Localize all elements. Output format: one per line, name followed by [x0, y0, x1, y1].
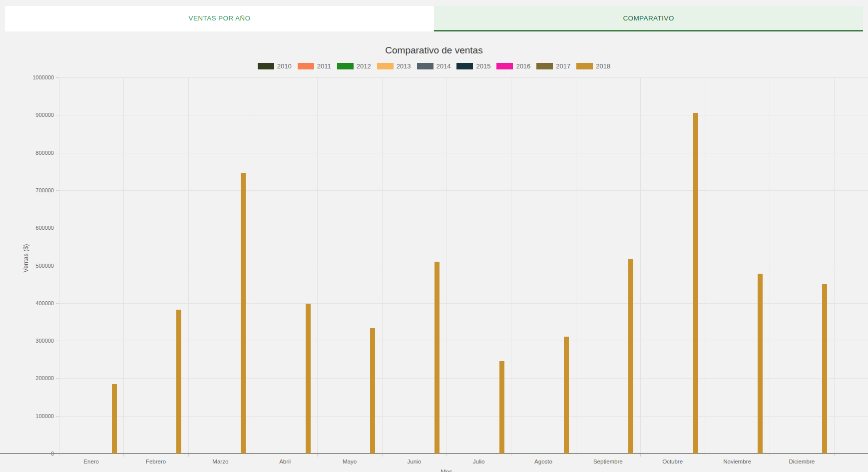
legend-swatch-2015 — [456, 63, 473, 69]
legend-swatch-2018 — [576, 63, 593, 69]
bar-2018-febrero[interactable] — [176, 310, 181, 454]
y-tick-label: 700000 — [19, 187, 54, 193]
x-gridline — [188, 77, 189, 454]
y-tick-label: 800000 — [19, 150, 54, 156]
legend-item-2014[interactable]: 2014 — [417, 62, 451, 70]
y-gridline — [59, 77, 868, 78]
y-gridline — [59, 303, 868, 304]
x-gridline — [511, 77, 511, 454]
bar-2018-septiembre[interactable] — [628, 259, 633, 454]
legend-label: 2016 — [516, 62, 530, 70]
y-axis-line — [59, 77, 59, 454]
legend-label: 2018 — [596, 62, 610, 70]
legend-item-2018[interactable]: 2018 — [576, 62, 610, 70]
y-tick-label: 600000 — [19, 225, 54, 231]
x-category-label: Marzo — [190, 459, 250, 465]
x-category-label: Julio — [449, 459, 509, 465]
legend-swatch-2011 — [298, 63, 314, 69]
legend-item-2011[interactable]: 2011 — [298, 62, 331, 70]
y-tick-label: 100000 — [19, 413, 54, 419]
x-gridline — [446, 77, 447, 454]
y-tick-label: 200000 — [19, 375, 54, 381]
y-gridline — [59, 153, 868, 153]
x-axis-title: Mes — [422, 469, 471, 472]
x-gridline — [770, 77, 770, 454]
legend-label: 2010 — [277, 62, 292, 70]
x-gridline — [253, 77, 253, 454]
y-gridline — [59, 190, 868, 191]
x-gridline — [834, 77, 835, 454]
legend-swatch-2014 — [417, 63, 434, 69]
legend-swatch-2010 — [258, 63, 274, 69]
bar-2018-abril[interactable] — [306, 304, 311, 454]
bar-2018-julio[interactable] — [499, 361, 504, 454]
legend-item-2016[interactable]: 2016 — [496, 62, 530, 70]
x-category-label: Octubre — [643, 459, 703, 465]
legend-swatch-2012 — [337, 63, 354, 69]
x-gridline — [640, 77, 641, 454]
y-tick-label: 400000 — [19, 300, 54, 306]
legend-item-2013[interactable]: 2013 — [377, 62, 411, 70]
bar-2018-agosto[interactable] — [564, 337, 569, 454]
legend-item-2017[interactable]: 2017 — [536, 62, 570, 70]
legend-label: 2013 — [397, 62, 411, 70]
y-tick-label: 500000 — [19, 263, 54, 269]
bar-2018-junio[interactable] — [434, 262, 439, 454]
legend-label: 2012 — [357, 62, 371, 70]
tab-comparativo[interactable]: COMPARATIVO — [434, 6, 863, 31]
legend-label: 2014 — [436, 62, 451, 70]
x-category-label: Mayo — [320, 459, 380, 465]
app-root: VENTAS POR AÑO COMPARATIVO Comparativo d… — [0, 0, 868, 472]
legend-label: 2011 — [317, 62, 331, 70]
x-category-label: Junio — [384, 459, 444, 465]
x-category-label: Septiembre — [578, 459, 638, 465]
tab-bar: VENTAS POR AÑO COMPARATIVO — [5, 6, 863, 31]
tab-ventas-por-ano[interactable]: VENTAS POR AÑO — [5, 6, 434, 31]
chart-title: Comparativo de ventas — [0, 45, 868, 56]
bar-2018-diciembre[interactable] — [822, 284, 827, 454]
bar-2018-enero[interactable] — [112, 384, 117, 454]
y-gridline — [59, 115, 868, 115]
x-gridline — [705, 77, 705, 454]
x-axis-line — [0, 453, 868, 454]
bar-2018-marzo[interactable] — [241, 173, 246, 454]
x-category-label: Enero — [61, 459, 121, 465]
legend-item-2012[interactable]: 2012 — [337, 62, 371, 70]
y-tick-label: 1000000 — [19, 74, 54, 80]
chart-legend: 201020112012201320142015201620172018 — [0, 62, 868, 70]
legend-swatch-2013 — [377, 63, 394, 69]
legend-item-2015[interactable]: 2015 — [456, 62, 490, 70]
x-category-label: Febrero — [126, 459, 186, 465]
x-gridline — [382, 77, 383, 454]
y-tick-label: 900000 — [19, 112, 54, 118]
legend-label: 2017 — [556, 62, 570, 70]
legend-label: 2015 — [476, 62, 490, 70]
x-category-label: Noviembre — [707, 459, 767, 465]
y-gridline — [59, 228, 868, 228]
x-gridline — [576, 77, 576, 454]
x-gridline — [317, 77, 318, 454]
y-gridline — [59, 266, 868, 266]
x-category-label: Abril — [255, 459, 315, 465]
x-category-label: Agosto — [513, 459, 573, 465]
x-gridline — [123, 77, 124, 454]
legend-swatch-2017 — [536, 63, 553, 69]
bar-2018-octubre[interactable] — [693, 113, 698, 454]
x-category-label: Diciembre — [772, 459, 832, 465]
y-tick-label: 300000 — [19, 338, 54, 344]
bar-2018-mayo[interactable] — [370, 328, 375, 454]
legend-item-2010[interactable]: 2010 — [258, 62, 292, 70]
bar-2018-noviembre[interactable] — [758, 274, 763, 454]
legend-swatch-2016 — [496, 63, 513, 69]
